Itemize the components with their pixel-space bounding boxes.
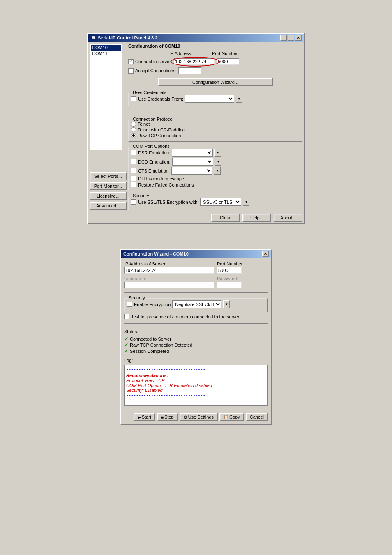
dsr-checkbox[interactable]: [131, 150, 136, 155]
use-credentials-row: Use Credentials From: ▼: [131, 95, 300, 103]
wizard-stop-button[interactable]: ■ Stop: [157, 413, 178, 421]
connect-server-label: Connect to server:: [135, 59, 172, 64]
ip-highlight: [174, 58, 215, 65]
user-credentials-group: User Credentials Use Credentials From: ▼: [128, 93, 302, 106]
port-number-input[interactable]: [217, 58, 239, 65]
cts-select[interactable]: [171, 167, 212, 175]
licensing-button[interactable]: Licensing...: [90, 192, 127, 200]
credentials-dropdown-arrow[interactable]: ▼: [236, 95, 242, 103]
log-section: Log: -------------------------------- Re…: [124, 358, 268, 406]
port-monitor-button[interactable]: Port Monitor...: [90, 182, 127, 190]
wizard-title: Configuration Wizard - COM10: [123, 251, 189, 256]
status-text-1: Connected to Server: [130, 336, 171, 341]
close-button[interactable]: ✕: [295, 35, 302, 41]
telnet-padding-radio[interactable]: [131, 127, 136, 132]
com10-item[interactable]: COM10: [91, 45, 121, 51]
raw-tcp-radio[interactable]: [131, 133, 136, 138]
rec-title: Recommendations:: [126, 373, 168, 378]
accept-connections-checkbox[interactable]: [128, 68, 134, 74]
ssl-row: Use SSL/TLS Encryption with: SSL v3 or T…: [131, 198, 300, 206]
rec-dtr: COM Port Option: DTR Emulation disabled: [126, 383, 212, 388]
com11-item[interactable]: COM11: [91, 51, 121, 56]
wizard-ip-label: IP Address of Server:: [124, 261, 214, 266]
check-icon-2: ✓: [124, 342, 128, 348]
log-area: -------------------------------- Recomme…: [124, 365, 268, 406]
wizard-copy-button[interactable]: 📋 Copy: [219, 413, 244, 421]
wizard-security-group: Security Enable Encryption Negotiate SSL…: [124, 298, 268, 312]
start-icon: ▶: [138, 415, 141, 419]
copy-label: Copy: [229, 415, 240, 419]
log-dashes-top: --------------------------------: [126, 367, 266, 371]
ip-port-header: IP Address: Port Number:: [135, 51, 302, 56]
wizard-ip-input[interactable]: [124, 267, 214, 274]
separator-1: [124, 292, 268, 293]
start-label: Start: [142, 415, 151, 419]
wizard-password-input[interactable]: [217, 282, 242, 288]
cts-checkbox[interactable]: [131, 168, 136, 173]
wizard-button[interactable]: Configuration Wizard...: [158, 78, 273, 86]
wizard-port-label: Port Number:: [217, 261, 244, 266]
select-ports-button[interactable]: Select Ports...: [90, 172, 127, 180]
dsr-select[interactable]: [172, 149, 213, 157]
use-settings-icon: ⚙: [184, 415, 187, 419]
wizard-security-label: Security: [128, 295, 146, 300]
dsr-dropdown-arrow[interactable]: ▼: [214, 149, 221, 157]
wizard-port-input[interactable]: [217, 267, 242, 274]
ssl-dropdown-arrow[interactable]: ▼: [243, 198, 249, 206]
wizard-password-label: Password:: [217, 276, 242, 281]
wizard-username-col: Username:: [124, 276, 214, 288]
wizard-close-button[interactable]: ✕: [262, 251, 269, 257]
dcd-checkbox[interactable]: [131, 159, 136, 164]
telnet-padding-label: Telnet with CR-Padding: [138, 127, 185, 132]
recommendations: Recommendations: Protocol: Raw TCP COM P…: [126, 373, 266, 393]
dcd-select[interactable]: [172, 158, 213, 166]
user-credentials-label: User Credentials: [132, 90, 167, 95]
restore-checkbox[interactable]: [131, 182, 136, 187]
advanced-button[interactable]: Advanced...: [90, 202, 127, 210]
config-title: Configuration of COM10: [128, 44, 302, 48]
dtr-checkbox[interactable]: [131, 176, 136, 181]
use-settings-label: Use Settings: [188, 415, 214, 419]
minimize-button[interactable]: _: [280, 35, 287, 41]
ip-address-input[interactable]: [174, 58, 215, 65]
maximize-button[interactable]: □: [288, 35, 294, 41]
wizard-use-settings-button[interactable]: ⚙ Use Settings: [180, 413, 218, 421]
about-button[interactable]: About...: [274, 214, 302, 222]
check-icon-3: ✓: [124, 348, 128, 354]
wizard-modem-checkbox[interactable]: [124, 314, 129, 319]
status-text-2: Raw TCP Connection Detected: [130, 343, 192, 348]
wizard-title-buttons: ✕: [262, 251, 269, 257]
telnet-radio[interactable]: [131, 122, 136, 127]
wizard-encryption-arrow[interactable]: ▼: [223, 300, 230, 308]
connect-server-checkbox[interactable]: [128, 59, 134, 64]
status-item-1: ✓ Connected to Server: [124, 336, 268, 342]
left-panel: COM10 COM11 Select Ports... Port Monitor…: [90, 44, 127, 210]
port-number-label: Port Number:: [212, 51, 239, 56]
wizard-modem-label: Test for presence of a modem connected t…: [131, 314, 240, 319]
wizard-encryption-checkbox[interactable]: [127, 302, 132, 307]
wizard-start-button[interactable]: ▶ Start: [134, 413, 155, 421]
separator-2: [124, 323, 268, 324]
wizard-body: IP Address of Server: Port Number: Usern…: [121, 258, 271, 409]
wizard-port-col: Port Number:: [217, 261, 244, 274]
cts-dropdown-arrow[interactable]: ▼: [214, 167, 221, 175]
ssl-checkbox[interactable]: [131, 199, 136, 205]
status-item-2: ✓ Raw TCP Connection Detected: [124, 342, 268, 348]
dcd-label: DCD Emulation:: [138, 159, 171, 164]
use-credentials-checkbox[interactable]: [131, 96, 136, 101]
close-button[interactable]: Close: [211, 214, 240, 222]
help-button[interactable]: Help...: [242, 214, 271, 222]
ssl-select[interactable]: SSL v3 or TLS v1: [200, 198, 241, 206]
dcd-dropdown-arrow[interactable]: ▼: [215, 158, 221, 166]
com-port-options-group: COM Port Options DSR Emulation: ▼ DCD Em…: [128, 147, 302, 191]
accept-port-input[interactable]: [178, 67, 201, 74]
wizard-username-input[interactable]: [124, 282, 214, 288]
connection-protocol-group: Connection Protocol Telnet Telnet with C…: [128, 120, 302, 142]
wizard-encryption-select[interactable]: Negotiate SSLv3/TLSv1: [172, 300, 221, 308]
check-icon-1: ✓: [124, 336, 128, 342]
config-panel: Configuration of COM10 IP Address: Port …: [128, 44, 302, 210]
cts-label: CTS Emulation:: [138, 168, 170, 173]
credentials-select[interactable]: [185, 95, 234, 103]
telnet-padding-row: Telnet with CR-Padding: [131, 127, 300, 132]
wizard-cancel-button[interactable]: Cancel: [246, 413, 268, 421]
